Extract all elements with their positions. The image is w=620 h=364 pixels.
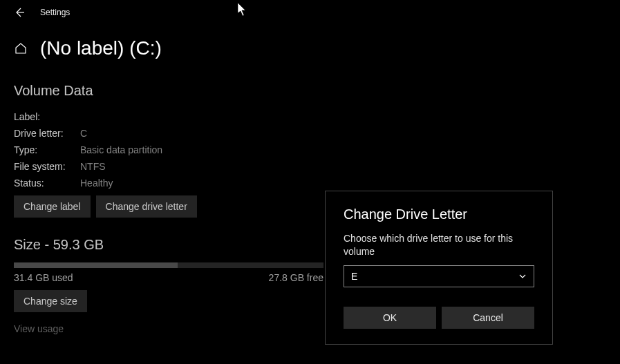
file-system-value: NTFS (80, 161, 106, 172)
change-drive-letter-dialog: Change Drive Letter Choose which drive l… (325, 191, 553, 345)
row-status: Status: Healthy (14, 178, 606, 189)
arrow-left-icon (14, 7, 25, 18)
titlebar-title: Settings (40, 8, 70, 17)
size-used-label: 31.4 GB used (14, 272, 73, 283)
change-drive-letter-button[interactable]: Change drive letter (96, 195, 197, 218)
size-free-label: 27.8 GB free (269, 272, 323, 283)
label-key: Label: (14, 111, 80, 122)
size-progress-bar (14, 262, 323, 268)
type-key: Type: (14, 144, 80, 155)
size-progress-fill (14, 262, 178, 268)
type-value: Basic data partition (80, 144, 162, 155)
file-system-key: File system: (14, 161, 80, 172)
page-header: (No label) (C:) (0, 37, 620, 59)
cancel-button[interactable]: Cancel (442, 307, 534, 329)
size-progress: 31.4 GB used 27.8 GB free (14, 262, 323, 283)
titlebar: Settings (0, 0, 620, 25)
back-button[interactable] (8, 1, 30, 23)
chevron-down-icon (518, 272, 527, 280)
drive-letter-value: C (80, 128, 87, 139)
home-icon[interactable] (14, 41, 28, 55)
dialog-button-row: OK Cancel (344, 307, 534, 329)
drive-letter-select[interactable]: E (344, 265, 534, 287)
dialog-description: Choose which drive letter to use for thi… (344, 232, 534, 258)
status-key: Status: (14, 178, 80, 189)
volume-section-header: Volume Data (14, 83, 606, 99)
page-title: (No label) (C:) (40, 37, 162, 59)
row-label: Label: (14, 111, 606, 122)
status-value: Healthy (80, 178, 113, 189)
row-type: Type: Basic data partition (14, 144, 606, 155)
dialog-title: Change Drive Letter (344, 207, 534, 222)
change-label-button[interactable]: Change label (14, 195, 91, 218)
row-drive-letter: Drive letter: C (14, 128, 606, 139)
size-progress-labels: 31.4 GB used 27.8 GB free (14, 272, 323, 283)
change-size-button[interactable]: Change size (14, 290, 87, 312)
drive-letter-selected-value: E (351, 271, 357, 282)
ok-button[interactable]: OK (344, 307, 436, 329)
drive-letter-key: Drive letter: (14, 128, 80, 139)
row-file-system: File system: NTFS (14, 161, 606, 172)
